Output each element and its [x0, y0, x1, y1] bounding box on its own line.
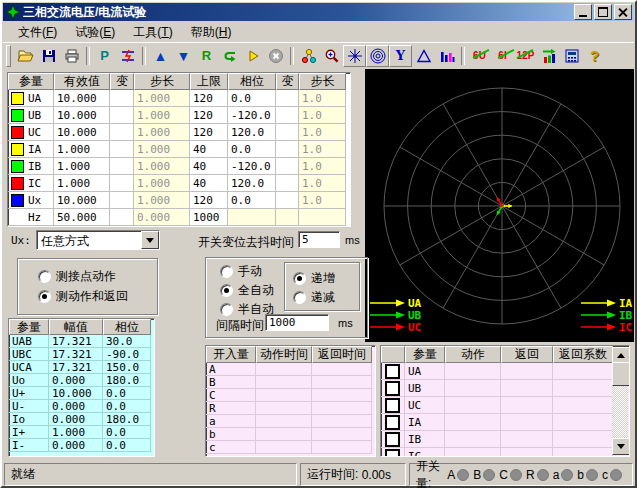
calculator-button[interactable] [560, 45, 583, 67]
step-cell[interactable]: 1.000 [134, 107, 190, 124]
row-checkbox[interactable] [385, 398, 400, 413]
radio-option[interactable]: 手动 [220, 263, 274, 280]
row-checkbox[interactable] [385, 415, 400, 430]
column-header[interactable]: 动作 [445, 346, 501, 363]
radio-option[interactable]: 测接点动作 [38, 268, 157, 285]
column-header[interactable]: 变 [110, 73, 134, 90]
step-cell[interactable]: 1.000 [134, 158, 190, 175]
help-button[interactable]: ? [583, 45, 606, 67]
phase-step-cell[interactable]: 1.0 [299, 124, 346, 141]
vertical-scrollbar[interactable] [612, 347, 628, 455]
param-mode-button[interactable]: P [93, 45, 116, 67]
column-header[interactable]: 动作时间 [256, 346, 312, 363]
bars-view-button[interactable] [435, 45, 458, 67]
phase-cell[interactable]: 120.0 [228, 124, 276, 141]
interval-input[interactable]: 1000 [265, 314, 329, 331]
six-voltage-button[interactable]: 6U [468, 45, 491, 67]
column-header[interactable]: 参量 [8, 73, 54, 90]
upper-limit-cell[interactable]: 40 [190, 141, 228, 158]
menu-item[interactable]: 工具(T) [124, 22, 181, 43]
change-flag-cell[interactable] [276, 107, 299, 124]
rms-value-cell[interactable]: 1.000 [54, 158, 110, 175]
power-button[interactable] [116, 45, 139, 67]
polar-view-button[interactable] [366, 45, 389, 67]
row-checkbox[interactable] [385, 381, 400, 396]
combo-dropdown-button[interactable] [141, 231, 159, 249]
step-cell[interactable]: 1.000 [134, 141, 190, 158]
wye-view-button[interactable]: Y [389, 45, 412, 67]
rms-value-cell[interactable]: 10.000 [54, 90, 110, 107]
increase-button[interactable]: ▲ [149, 45, 172, 67]
upper-limit-cell[interactable]: 120 [190, 192, 228, 209]
upper-limit-cell[interactable]: 120 [190, 107, 228, 124]
radio-option[interactable]: 全自动 [220, 282, 274, 299]
phase-step-cell[interactable] [299, 209, 346, 226]
close-button[interactable] [614, 4, 632, 20]
scrollbar-thumb[interactable] [612, 362, 630, 386]
change-flag-cell[interactable] [110, 124, 134, 141]
rms-value-cell[interactable]: 10.000 [54, 192, 110, 209]
star-view-button[interactable] [343, 45, 366, 67]
change-flag-cell[interactable] [276, 158, 299, 175]
rms-value-cell[interactable]: 1.000 [54, 175, 110, 192]
change-flag-cell[interactable] [276, 175, 299, 192]
column-header[interactable]: 步长 [134, 73, 190, 90]
column-header[interactable]: 开入量 [206, 346, 256, 363]
column-header[interactable]: 相位 [103, 319, 151, 335]
upper-limit-cell[interactable]: 40 [190, 175, 228, 192]
radio-option[interactable]: 测动作和返回 [38, 288, 157, 305]
toolbar-grip[interactable] [6, 45, 11, 67]
row-checkbox[interactable] [385, 449, 400, 458]
rms-value-cell[interactable]: 50.000 [54, 209, 110, 226]
upper-limit-cell[interactable]: 120 [190, 90, 228, 107]
change-flag-cell[interactable] [110, 90, 134, 107]
column-header[interactable]: 返回系数 [553, 346, 613, 363]
step-cell[interactable]: 1.000 [134, 175, 190, 192]
column-header[interactable]: 参量 [9, 319, 49, 335]
debounce-input[interactable]: 5 [298, 231, 340, 248]
column-header[interactable]: 步长 [299, 73, 346, 90]
change-flag-cell[interactable] [276, 192, 299, 209]
save-button[interactable] [37, 45, 60, 67]
change-flag-cell[interactable] [110, 175, 134, 192]
column-header[interactable]: 返回时间 [312, 346, 372, 363]
change-flag-cell[interactable] [276, 141, 299, 158]
column-header[interactable] [381, 346, 405, 363]
decrease-button[interactable]: ▼ [172, 45, 195, 67]
phase-step-cell[interactable]: 1.0 [299, 158, 346, 175]
scroll-down-button[interactable] [612, 438, 630, 455]
phase-cell[interactable]: 0.0 [228, 141, 276, 158]
change-flag-cell[interactable] [110, 192, 134, 209]
zoom-button[interactable] [320, 45, 343, 67]
minimize-button[interactable] [574, 4, 592, 20]
phase-cell[interactable]: 120.0 [228, 175, 276, 192]
ux-mode-select[interactable]: 任意方式 [36, 230, 160, 250]
step-cell[interactable]: 0.000 [134, 209, 190, 226]
column-header[interactable]: 幅值 [49, 319, 103, 335]
output-button[interactable] [537, 45, 560, 67]
twelve-p-button[interactable]: 12P [514, 45, 537, 67]
menu-item[interactable]: 文件(F) [9, 22, 66, 43]
phase-step-cell[interactable]: 1.0 [299, 107, 346, 124]
menu-item[interactable]: 帮助(H) [182, 22, 241, 43]
change-flag-cell[interactable] [276, 209, 299, 226]
column-header[interactable]: 返回 [501, 346, 553, 363]
delta-view-button[interactable] [412, 45, 435, 67]
phase-cell[interactable]: -120.0 [228, 107, 276, 124]
six-current-button[interactable]: 6I [491, 45, 514, 67]
column-header[interactable]: 有效值 [54, 73, 110, 90]
phase-step-cell[interactable]: 1.0 [299, 192, 346, 209]
change-flag-cell[interactable] [276, 124, 299, 141]
open-button[interactable] [14, 45, 37, 67]
maximize-button[interactable] [594, 4, 612, 20]
vector-node-button[interactable] [297, 45, 320, 67]
phase-cell[interactable]: -120.0 [228, 158, 276, 175]
undo-button[interactable] [218, 45, 241, 67]
column-header[interactable]: 相位 [228, 73, 276, 90]
upper-limit-cell[interactable]: 40 [190, 158, 228, 175]
phase-step-cell[interactable]: 1.0 [299, 90, 346, 107]
change-flag-cell[interactable] [110, 141, 134, 158]
step-cell[interactable]: 1.000 [134, 192, 190, 209]
reset-button[interactable]: R [195, 45, 218, 67]
step-cell[interactable]: 1.000 [134, 124, 190, 141]
